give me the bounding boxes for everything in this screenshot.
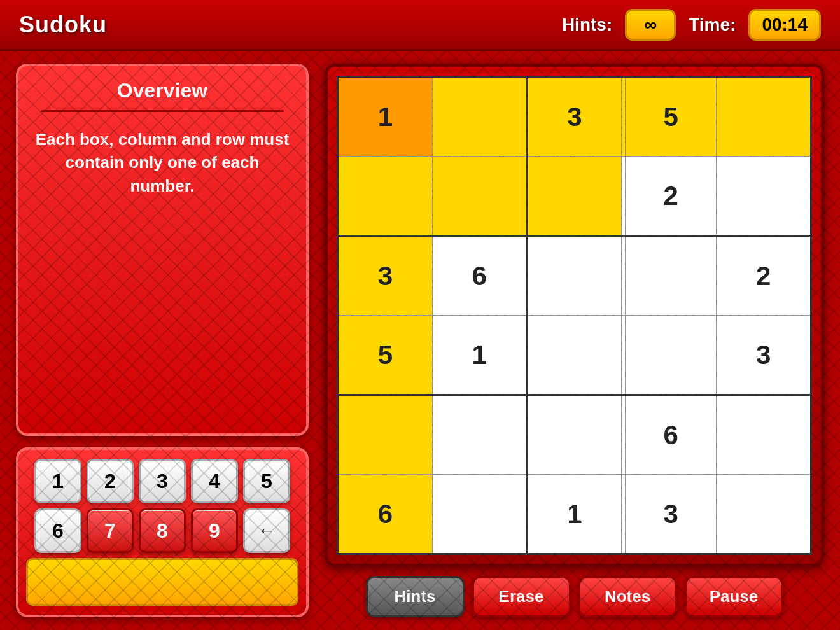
cell-r3-c5[interactable]: 3 xyxy=(717,316,811,395)
overview-body: Each box, column and row must contain on… xyxy=(34,128,290,197)
time-value: 00:14 xyxy=(748,9,821,41)
num-btn-2[interactable]: 2 xyxy=(87,459,134,503)
cell-r5-c1[interactable] xyxy=(432,475,527,554)
cell-r2-c1[interactable]: 6 xyxy=(432,236,527,316)
right-panel: 13523625136613 Hints Erase Notes Pause xyxy=(325,64,824,617)
app-title: Sudoku xyxy=(19,11,107,38)
cell-r1-c0[interactable] xyxy=(338,157,433,236)
header-bar: Sudoku Hints: ∞ Time: 00:14 xyxy=(0,0,840,51)
cell-r0-c5[interactable] xyxy=(717,77,811,157)
overview-title: Overview xyxy=(34,79,290,102)
cell-r2-c5[interactable]: 2 xyxy=(717,236,811,316)
hints-value: ∞ xyxy=(625,9,676,41)
cell-r4-c4[interactable]: 6 xyxy=(626,395,717,475)
cell-r4-c1[interactable] xyxy=(432,395,527,475)
num-btn-5[interactable]: 5 xyxy=(243,459,290,503)
cell-r1-c2[interactable] xyxy=(527,157,622,236)
cell-r5-c2[interactable]: 1 xyxy=(527,475,622,554)
num-btn-9[interactable]: 9 xyxy=(191,508,238,553)
notes-input-area[interactable] xyxy=(26,558,298,606)
cell-r0-c0[interactable]: 1 xyxy=(338,77,433,157)
num-btn-6[interactable]: 6 xyxy=(34,508,81,553)
action-buttons: Hints Erase Notes Pause xyxy=(325,576,824,617)
notes-button[interactable]: Notes xyxy=(578,576,677,617)
left-panel: Overview Each box, column and row must c… xyxy=(16,64,309,617)
numpad-row-1: 1 2 3 4 5 xyxy=(26,459,298,503)
num-btn-8[interactable]: 8 xyxy=(139,508,186,553)
cell-r4-c0[interactable] xyxy=(338,395,433,475)
cell-r3-c1[interactable]: 1 xyxy=(432,316,527,395)
numpad-card: 1 2 3 4 5 6 7 8 9 ← xyxy=(16,447,309,617)
cell-r2-c0[interactable]: 3 xyxy=(338,236,433,316)
num-btn-4[interactable]: 4 xyxy=(191,459,238,503)
cell-r1-c5[interactable] xyxy=(717,157,811,236)
time-label: Time: xyxy=(689,15,736,35)
cell-r0-c2[interactable]: 3 xyxy=(527,77,622,157)
cell-r3-c2[interactable] xyxy=(527,316,622,395)
sudoku-grid: 13523625136613 xyxy=(337,76,812,555)
pause-button[interactable]: Pause xyxy=(685,576,783,617)
cell-r2-c4[interactable] xyxy=(626,236,717,316)
erase-button[interactable]: Erase xyxy=(472,576,571,617)
numpad-row-2: 6 7 8 9 ← xyxy=(26,508,298,553)
num-btn-3[interactable]: 3 xyxy=(139,459,186,503)
cell-r0-c1[interactable] xyxy=(432,77,527,157)
overview-card: Overview Each box, column and row must c… xyxy=(16,64,309,436)
hints-button[interactable]: Hints xyxy=(366,576,465,617)
cell-r1-c1[interactable] xyxy=(432,157,527,236)
num-btn-7[interactable]: 7 xyxy=(87,508,134,553)
grid-container: 13523625136613 xyxy=(325,64,824,567)
cell-r4-c2[interactable] xyxy=(527,395,622,475)
cell-r3-c4[interactable] xyxy=(626,316,717,395)
cell-r3-c0[interactable]: 5 xyxy=(338,316,433,395)
cell-r5-c0[interactable]: 6 xyxy=(338,475,433,554)
cell-r4-c5[interactable] xyxy=(717,395,811,475)
cell-r5-c4[interactable]: 3 xyxy=(626,475,717,554)
overview-divider xyxy=(41,110,284,112)
backspace-btn[interactable]: ← xyxy=(243,508,290,553)
main-content: Overview Each box, column and row must c… xyxy=(0,51,840,630)
hints-label: Hints: xyxy=(562,15,612,35)
cell-r0-c4[interactable]: 5 xyxy=(626,77,717,157)
cell-r1-c4[interactable]: 2 xyxy=(626,157,717,236)
cell-r2-c2[interactable] xyxy=(527,236,622,316)
cell-r5-c5[interactable] xyxy=(717,475,811,554)
num-btn-1[interactable]: 1 xyxy=(34,459,81,503)
header-stats: Hints: ∞ Time: 00:14 xyxy=(562,9,821,41)
